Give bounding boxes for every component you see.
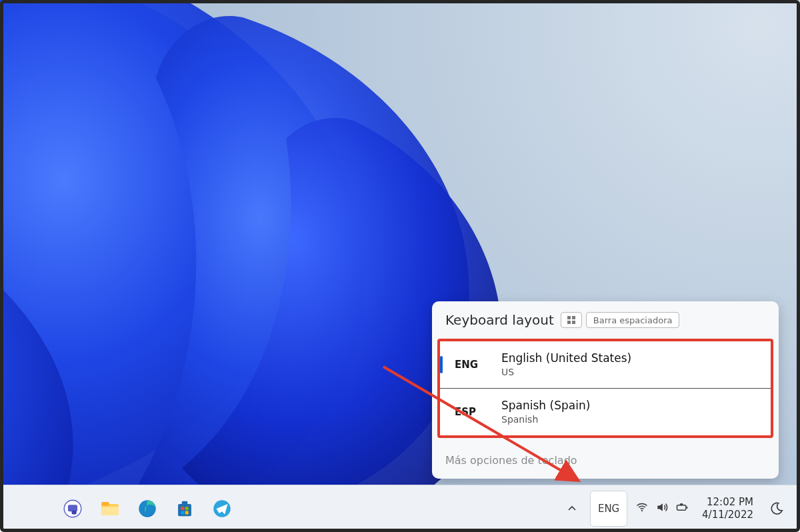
- app-icon-chat[interactable]: [59, 495, 87, 523]
- layout-name: English (United States): [501, 351, 631, 366]
- language-indicator-button[interactable]: ENG: [590, 491, 627, 527]
- battery-icon: [675, 501, 689, 517]
- svg-rect-13: [178, 504, 191, 516]
- svg-rect-14: [182, 501, 188, 505]
- taskbar: ENG 12:02 PM 4/11/2022: [0, 485, 800, 532]
- app-icon-edge[interactable]: [133, 495, 161, 523]
- app-icon-file-explorer[interactable]: [96, 495, 124, 523]
- svg-rect-7: [68, 505, 77, 511]
- svg-rect-2: [567, 321, 571, 324]
- svg-rect-8: [72, 511, 77, 515]
- flyout-title: Keyboard layout: [445, 312, 554, 328]
- svg-rect-3: [572, 321, 575, 324]
- quick-settings-button[interactable]: [630, 491, 694, 526]
- taskbar-system-tray: ENG 12:02 PM 4/11/2022: [557, 485, 800, 532]
- win-key-icon: [561, 312, 582, 328]
- layout-subname: Spanish: [501, 413, 590, 426]
- svg-rect-1: [572, 316, 575, 319]
- svg-rect-21: [677, 505, 686, 511]
- layout-code: ENG: [449, 359, 501, 371]
- svg-rect-11: [101, 507, 119, 515]
- flyout-header: Keyboard layout Barra espaciadora: [432, 301, 779, 335]
- layout-name: Spanish (Spain): [501, 398, 590, 413]
- svg-point-20: [641, 510, 643, 511]
- taskbar-pinned-apps: [0, 495, 236, 523]
- svg-rect-18: [185, 511, 189, 515]
- wifi-icon: [635, 501, 649, 517]
- layout-subname: US: [501, 366, 631, 379]
- spacebar-key-label: Barra espaciadora: [586, 312, 680, 328]
- svg-rect-15: [181, 507, 184, 510]
- focus-moon-icon[interactable]: [761, 491, 792, 526]
- layout-item-eng[interactable]: ENG English (United States) US: [440, 341, 771, 388]
- tray-overflow-button[interactable]: [557, 491, 587, 526]
- keyboard-layout-list: ENG English (United States) US ESP Spani…: [437, 339, 773, 438]
- app-icon-microsoft-store[interactable]: [171, 495, 199, 523]
- flyout-shortcut: Barra espaciadora: [561, 312, 680, 328]
- language-code-label: ENG: [598, 503, 619, 515]
- svg-rect-17: [181, 511, 184, 515]
- taskbar-clock[interactable]: 12:02 PM 4/11/2022: [697, 491, 759, 526]
- app-icon-telegram[interactable]: [208, 495, 236, 523]
- svg-rect-22: [687, 507, 688, 509]
- svg-rect-0: [567, 316, 571, 319]
- clock-date: 4/11/2022: [702, 509, 753, 521]
- layout-code: ESP: [449, 406, 501, 418]
- more-keyboard-options-link[interactable]: Más opciones de teclado: [432, 445, 779, 479]
- svg-rect-16: [185, 507, 189, 510]
- svg-rect-10: [101, 502, 109, 506]
- volume-icon: [655, 501, 669, 517]
- layout-item-esp[interactable]: ESP Spanish (Spain) Spanish: [440, 388, 771, 435]
- clock-time: 12:02 PM: [707, 496, 753, 509]
- keyboard-layout-flyout: Keyboard layout Barra espaciadora ENG En…: [432, 301, 779, 479]
